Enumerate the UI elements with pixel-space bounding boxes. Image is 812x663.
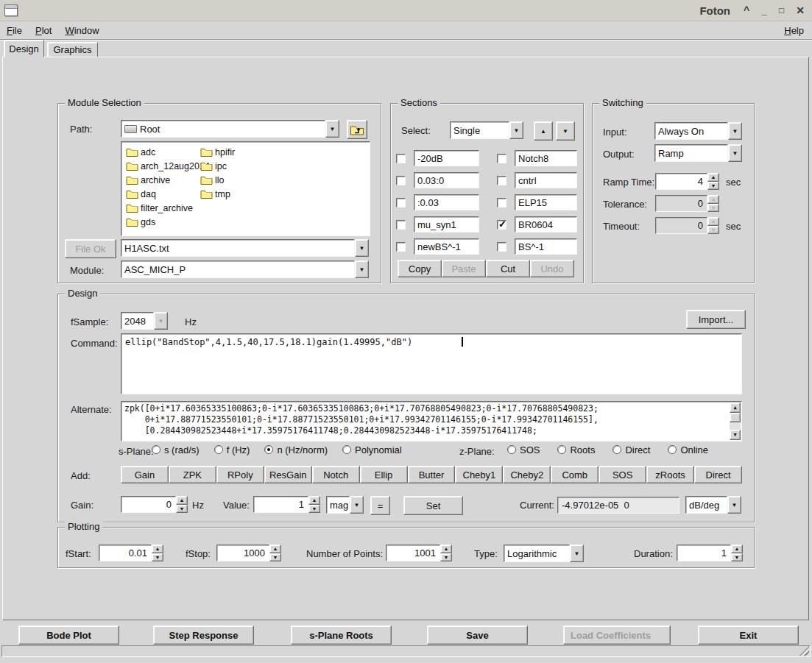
add-filter-button[interactable]: Comb	[551, 466, 599, 483]
add-filter-button[interactable]: Cheby2	[503, 466, 551, 483]
section-edit-button[interactable]: Undo	[530, 260, 574, 277]
section-edit-button[interactable]: Paste	[442, 260, 486, 277]
value-mode-combo[interactable]: mag ▼	[326, 496, 364, 514]
alternate-scrollbar[interactable]: ▲ ▼	[730, 403, 741, 440]
folder-list-item[interactable]: archive	[126, 173, 210, 187]
tab-design[interactable]: Design	[4, 40, 44, 57]
fstop-stepper[interactable]: ▲ ▼	[269, 545, 281, 561]
scroll-down-icon[interactable]: ▼	[730, 430, 741, 440]
spin-up-icon[interactable]: ▲	[152, 545, 163, 553]
spin-up-icon[interactable]: ▲	[176, 496, 188, 505]
section-down-button[interactable]: ▼	[556, 121, 575, 141]
section-checkbox[interactable]	[497, 242, 506, 252]
splane-radio-option[interactable]: Polynomial	[342, 444, 402, 455]
chevron-down-icon[interactable]: ▼	[350, 496, 364, 514]
spin-down-icon[interactable]: ▼	[440, 553, 452, 562]
folder-list-item[interactable]: hpifir	[200, 145, 235, 159]
section-edit-button[interactable]: Cut	[486, 260, 530, 277]
folder-list-item[interactable]: gds	[126, 215, 210, 229]
spin-up-icon[interactable]: ▲	[308, 496, 320, 505]
section-checkbox[interactable]	[396, 154, 406, 163]
menu-plot[interactable]: Plot	[29, 21, 58, 39]
points-stepper[interactable]: ▲ ▼	[440, 545, 452, 561]
add-filter-button[interactable]: ResGain	[264, 466, 312, 483]
zplane-radio-option[interactable]: Direct	[612, 444, 650, 455]
radio-icon[interactable]	[557, 445, 566, 454]
chevron-down-icon[interactable]: ▼	[727, 496, 741, 514]
zplane-radio-option[interactable]: Roots	[557, 444, 595, 455]
zplane-radio-option[interactable]: SOS	[507, 444, 540, 455]
folder-up-button[interactable]	[347, 120, 367, 139]
fstop-field[interactable]: 1000	[216, 545, 269, 561]
section-checkbox[interactable]	[396, 220, 406, 230]
section-checkbox[interactable]	[497, 220, 506, 230]
fsample-combo[interactable]: 2048 ▼	[121, 312, 168, 330]
duration-stepper[interactable]: ▲ ▼	[731, 545, 743, 561]
fstart-stepper[interactable]: ▲ ▼	[152, 545, 163, 561]
add-filter-button[interactable]: Butter	[408, 466, 456, 483]
section-name-field[interactable]: Notch8	[515, 150, 577, 166]
chevron-down-icon[interactable]: ▼	[355, 260, 369, 278]
path-combo[interactable]: Root ▼	[121, 120, 339, 138]
section-name-field[interactable]: BR0604	[515, 216, 577, 233]
add-filter-button[interactable]: zRoots	[646, 466, 694, 483]
scroll-up-icon[interactable]: ▲	[730, 403, 741, 413]
duration-field[interactable]: 1	[677, 545, 731, 561]
folder-list-item[interactable]: tmp	[200, 187, 235, 201]
add-filter-button[interactable]: Ellip	[360, 466, 408, 483]
points-field[interactable]: 1001	[386, 545, 440, 561]
radio-icon[interactable]	[152, 445, 160, 454]
gain-field[interactable]: 0	[121, 496, 176, 513]
current-unit-combo[interactable]: dB/deg ▼	[685, 496, 741, 514]
file-combo[interactable]: H1ASC.txt ▼	[121, 239, 369, 257]
folder-list-item[interactable]: daq	[126, 187, 210, 201]
tab-graphics[interactable]: Graphics	[47, 42, 98, 57]
add-filter-button[interactable]: Direct	[694, 466, 742, 483]
folder-list-item[interactable]: llo	[200, 173, 235, 187]
exit-button[interactable]: Exit	[698, 625, 799, 645]
spin-down-icon[interactable]: ▼	[308, 505, 320, 514]
add-filter-button[interactable]: Notch	[312, 466, 360, 483]
spin-down-icon[interactable]: ▼	[269, 553, 281, 562]
folder-list[interactable]: adc arch_12aug2014	[121, 141, 370, 236]
spin-up-icon[interactable]: ▲	[440, 545, 452, 553]
command-textarea[interactable]: ellip("BandStop",4,1.5,40,17.5,18.1)gain…	[121, 333, 742, 394]
splane-radio-option[interactable]: f (Hz)	[214, 444, 250, 455]
spin-down-icon[interactable]: ▼	[152, 553, 163, 562]
section-name-field[interactable]: -20dB	[414, 150, 479, 166]
spin-down-icon[interactable]: ▼	[707, 182, 719, 191]
section-checkbox[interactable]	[497, 198, 506, 208]
type-combo[interactable]: Logarithmic ▼	[504, 545, 584, 562]
radio-icon[interactable]	[214, 445, 223, 454]
section-checkbox[interactable]	[396, 242, 406, 252]
splane-radio-option[interactable]: s (rad/s)	[152, 444, 200, 455]
menu-window[interactable]: Window	[58, 21, 105, 39]
folder-list-item[interactable]: ipc	[200, 159, 235, 173]
maximize-icon[interactable]: □	[779, 6, 784, 15]
radio-icon[interactable]	[342, 445, 351, 454]
section-name-field[interactable]: mu_syn1	[414, 216, 479, 233]
spin-down-icon[interactable]: ▼	[176, 505, 188, 514]
module-combo[interactable]: ASC_MICH_P ▼	[121, 260, 369, 278]
load-coefficients-button[interactable]: Load Coefficients	[563, 625, 671, 645]
folder-list-item[interactable]: adc	[126, 145, 210, 159]
file-ok-button[interactable]: File Ok	[65, 239, 116, 258]
spin-up-icon[interactable]: ▲	[707, 173, 719, 182]
chevron-down-icon[interactable]: ▼	[570, 545, 584, 562]
set-button[interactable]: Set	[403, 496, 463, 515]
value-stepper[interactable]: ▲ ▼	[308, 496, 320, 513]
spin-up-icon[interactable]: ▲	[731, 545, 743, 553]
minimize-icon[interactable]: _	[761, 5, 767, 15]
folder-list-item[interactable]: arch_12aug2014	[126, 159, 210, 173]
add-filter-button[interactable]: RPoly	[216, 466, 264, 483]
chevron-down-icon[interactable]: ▼	[325, 120, 339, 138]
add-filter-button[interactable]: SOS	[599, 466, 646, 483]
radio-icon[interactable]	[264, 445, 273, 454]
ramp-time-stepper[interactable]: ▲ ▼	[707, 173, 719, 190]
radio-icon[interactable]	[668, 445, 677, 454]
section-select-combo[interactable]: Single ▼	[450, 121, 523, 139]
section-name-field[interactable]: 0.03:0	[414, 172, 479, 188]
zplane-radio-option[interactable]: Online	[668, 444, 708, 455]
spin-down-icon[interactable]: ▼	[731, 553, 743, 562]
section-name-field[interactable]: newBS^-1	[414, 238, 479, 255]
